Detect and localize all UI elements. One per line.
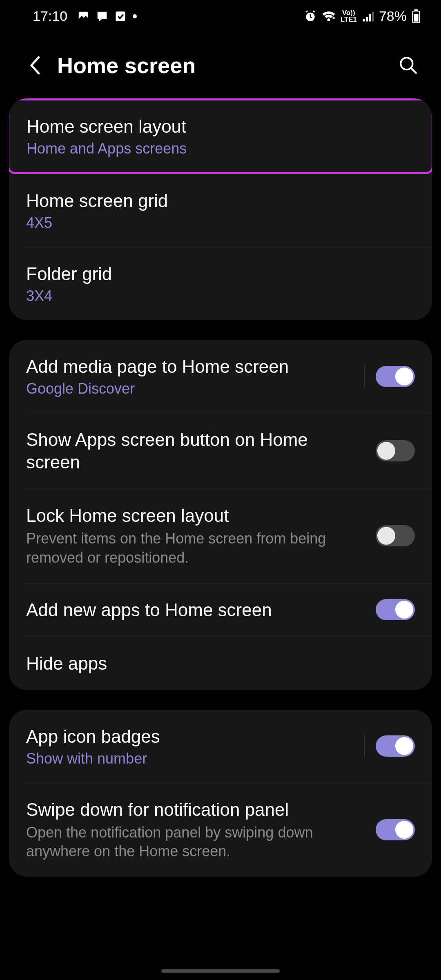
setting-title: Folder grid — [26, 263, 415, 285]
status-left: 17:10 — [33, 8, 137, 24]
status-time: 17:10 — [33, 8, 67, 24]
setting-subtitle: Home and Apps screens — [27, 140, 414, 157]
lock-layout-toggle[interactable] — [376, 525, 415, 546]
setting-title: Swipe down for notification panel — [26, 798, 363, 821]
home-screen-layout-row[interactable]: Home screen layout Home and Apps screens — [9, 98, 432, 174]
setting-subtitle: Prevent items on the Home screen from be… — [26, 529, 363, 568]
setting-subtitle: 3X4 — [26, 287, 415, 305]
settings-group-more: App icon badges Show with number Swipe d… — [9, 710, 432, 877]
swipe-down-toggle[interactable] — [376, 819, 415, 840]
svg-rect-5 — [366, 17, 368, 21]
signal-icon — [362, 10, 374, 22]
hide-apps-row[interactable]: Hide apps — [9, 637, 432, 690]
setting-title: Hide apps — [26, 652, 415, 675]
picture-icon — [77, 10, 89, 22]
setting-subtitle: Show with number — [26, 750, 352, 767]
setting-title: App icon badges — [26, 725, 352, 748]
svg-rect-6 — [369, 14, 371, 22]
lock-layout-row[interactable]: Lock Home screen layout Prevent items on… — [9, 489, 432, 583]
svg-rect-10 — [414, 14, 418, 21]
add-new-apps-row[interactable]: Add new apps to Home screen — [9, 583, 432, 637]
settings-group-layout: Home screen layout Home and Apps screens… — [9, 98, 432, 320]
svg-rect-7 — [372, 11, 374, 21]
settings-group-options: Add media page to Home screen Google Dis… — [9, 340, 432, 690]
page-title: Home screen — [57, 53, 396, 78]
message-icon — [96, 10, 108, 22]
svg-rect-4 — [363, 19, 365, 21]
search-icon — [398, 55, 419, 76]
gesture-nav-handle[interactable] — [161, 969, 280, 973]
checkbox-icon — [115, 11, 126, 22]
app-icon-badges-toggle[interactable] — [376, 735, 415, 757]
setting-subtitle: Open the notification panel by swiping d… — [26, 823, 363, 862]
divider — [364, 735, 365, 757]
wifi-icon — [322, 10, 336, 22]
chevron-left-icon — [29, 56, 40, 75]
back-button[interactable] — [24, 55, 45, 76]
media-page-row[interactable]: Add media page to Home screen Google Dis… — [9, 340, 432, 413]
volte-icon: Vo))LTE1 — [341, 10, 357, 22]
setting-title: Add new apps to Home screen — [26, 599, 363, 621]
setting-title: Show Apps screen button on Home screen — [26, 428, 363, 473]
status-right: Vo))LTE1 78% — [304, 8, 421, 24]
setting-subtitle: Google Discover — [26, 380, 352, 397]
header: Home screen — [0, 32, 441, 98]
battery-percent: 78% — [379, 8, 407, 24]
add-new-apps-toggle[interactable] — [376, 599, 415, 620]
media-page-toggle[interactable] — [376, 366, 415, 387]
folder-grid-row[interactable]: Folder grid 3X4 — [9, 247, 432, 320]
app-icon-badges-row[interactable]: App icon badges Show with number — [9, 710, 432, 783]
setting-title: Lock Home screen layout — [26, 504, 363, 527]
battery-icon — [412, 9, 421, 23]
divider — [364, 365, 365, 388]
home-screen-grid-row[interactable]: Home screen grid 4X5 — [9, 174, 432, 247]
setting-title: Add media page to Home screen — [26, 355, 352, 378]
swipe-down-row[interactable]: Swipe down for notification panel Open t… — [9, 783, 432, 877]
setting-title: Home screen grid — [26, 189, 415, 212]
svg-rect-1 — [116, 11, 125, 21]
apps-button-toggle[interactable] — [376, 440, 415, 461]
apps-button-row[interactable]: Show Apps screen button on Home screen — [9, 413, 432, 489]
alarm-icon — [304, 10, 317, 23]
svg-point-3 — [327, 18, 330, 21]
more-notifications-dot-icon — [133, 14, 137, 18]
setting-title: Home screen layout — [27, 115, 414, 138]
search-button[interactable] — [396, 53, 421, 78]
status-bar: 17:10 Vo))LTE1 78% — [0, 0, 441, 32]
setting-subtitle: 4X5 — [26, 214, 415, 232]
